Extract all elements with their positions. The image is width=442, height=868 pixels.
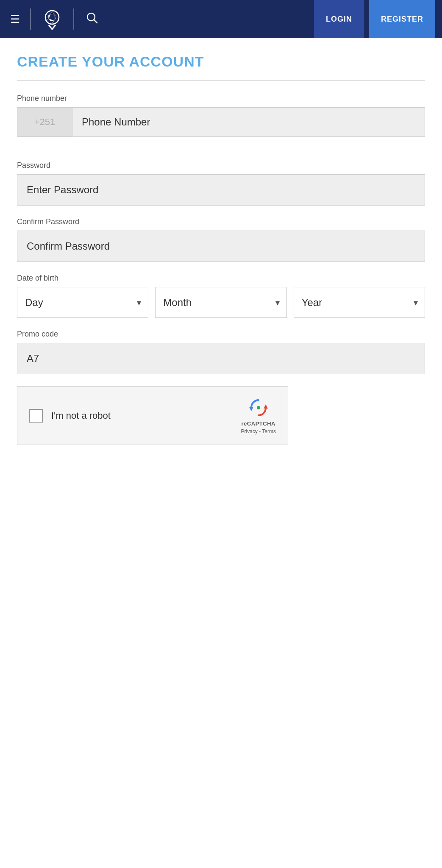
password-group: Password xyxy=(17,161,425,206)
svg-marker-2 xyxy=(48,14,50,19)
password-label: Password xyxy=(17,161,425,170)
recaptcha-checkbox[interactable] xyxy=(29,409,43,423)
promo-code-label: Promo code xyxy=(17,330,425,339)
header: ☰ LOGIN REGISTER xyxy=(0,0,442,38)
confirm-password-group: Confirm Password xyxy=(17,217,425,262)
svg-marker-1 xyxy=(50,11,54,14)
year-select[interactable]: Year 2005200420032002 2001200019991998 1… xyxy=(294,287,425,317)
recaptcha-box: I'm not a robot reCAPTCHA Privacy - Term… xyxy=(17,386,288,445)
terms-link[interactable]: Terms xyxy=(262,428,276,434)
svg-marker-4 xyxy=(49,19,54,21)
page-title: CREATE YOUR ACCOUNT xyxy=(17,53,425,70)
day-select-wrapper: Day 12345 678910 1112131415 1617181920 2… xyxy=(17,287,148,318)
day-select[interactable]: Day 12345 678910 1112131415 1617181920 2… xyxy=(17,287,148,317)
recaptcha-label: I'm not a robot xyxy=(51,410,233,421)
promo-code-input[interactable] xyxy=(17,343,425,374)
country-code-display: +251 xyxy=(17,108,72,136)
register-button[interactable]: REGISTER xyxy=(369,0,435,38)
promo-code-group: Promo code xyxy=(17,330,425,374)
month-select[interactable]: Month JanuaryFebruaryMarch AprilMayJune … xyxy=(156,287,286,317)
svg-line-9 xyxy=(94,20,97,23)
confirm-password-label: Confirm Password xyxy=(17,217,425,226)
phone-input-row: +251 xyxy=(17,107,425,137)
privacy-link[interactable]: Privacy xyxy=(241,428,258,434)
logo[interactable] xyxy=(38,5,67,33)
phone-number-group: Phone number +251 xyxy=(17,94,425,137)
main-content: CREATE YOUR ACCOUNT Phone number +251 Pa… xyxy=(0,38,442,462)
recaptcha-logo-area: reCAPTCHA Privacy - Terms xyxy=(241,397,276,434)
form-divider-1 xyxy=(17,149,425,149)
recaptcha-brand: reCAPTCHA xyxy=(242,420,275,427)
header-divider xyxy=(30,8,31,30)
recaptcha-links: Privacy - Terms xyxy=(241,428,276,434)
confirm-password-input[interactable] xyxy=(17,231,425,262)
dob-label: Date of birth xyxy=(17,274,425,283)
phone-number-input[interactable] xyxy=(72,108,425,136)
svg-marker-5 xyxy=(52,19,56,23)
month-select-wrapper: Month JanuaryFebruaryMarch AprilMayJune … xyxy=(155,287,286,318)
svg-marker-3 xyxy=(54,14,56,19)
dob-group: Date of birth Day 12345 678910 111213141… xyxy=(17,274,425,318)
search-icon[interactable] xyxy=(83,8,101,30)
header-divider-2 xyxy=(73,8,74,30)
year-select-wrapper: Year 2005200420032002 2001200019991998 1… xyxy=(294,287,425,318)
menu-icon[interactable]: ☰ xyxy=(7,9,23,29)
password-input[interactable] xyxy=(17,174,425,206)
dob-row: Day 12345 678910 1112131415 1617181920 2… xyxy=(17,287,425,318)
phone-number-label: Phone number xyxy=(17,94,425,103)
svg-point-13 xyxy=(257,406,260,409)
login-button[interactable]: LOGIN xyxy=(314,0,364,38)
section-divider xyxy=(17,80,425,81)
